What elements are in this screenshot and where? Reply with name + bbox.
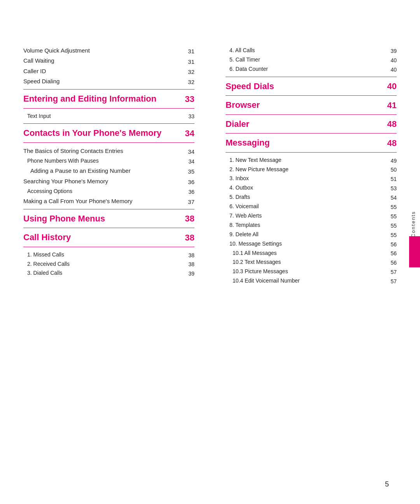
list-item: 2. Received Calls 38 xyxy=(23,260,194,268)
sidebar-tab-area: Table of Contents xyxy=(406,176,420,301)
list-item: Text Input 33 xyxy=(23,112,194,120)
section-dialer: Dialer 48 xyxy=(226,119,397,130)
divider xyxy=(23,108,194,109)
divider xyxy=(23,247,194,247)
divider xyxy=(226,77,397,77)
list-item: Making a Call From Your Phone's Memory 3… xyxy=(23,197,194,205)
list-item: 7. Web Alerts 55 xyxy=(226,212,397,220)
list-item: 6. Voicemail 55 xyxy=(226,203,397,210)
divider xyxy=(226,152,397,153)
section-call-history: Call History 38 1. Missed Calls 38 2. Re… xyxy=(23,232,194,277)
list-item: The Basics of Storing Contacts Entries 3… xyxy=(23,147,194,155)
divider xyxy=(226,114,397,115)
list-item: Volume Quick Adjustment 31 xyxy=(23,47,194,54)
left-column: Volume Quick Adjustment 31 Call Waiting … xyxy=(23,47,202,286)
section-heading-entering: Entering and Editing Information 33 xyxy=(23,93,194,104)
top-items: Volume Quick Adjustment 31 Call Waiting … xyxy=(23,47,194,85)
section-messaging: Messaging 48 1. New Text Message 49 2. N… xyxy=(226,137,397,284)
call-history-continuation: 4. All Calls 39 5. Call Timer 40 6. Data… xyxy=(226,47,397,73)
section-using-phone-menus: Using Phone Menus 38 xyxy=(23,213,194,224)
list-item: Speed Dialing 32 xyxy=(23,77,194,85)
list-item: Phone Numbers With Pauses 34 xyxy=(23,157,194,165)
section-heading-using-phone-menus: Using Phone Menus 38 xyxy=(23,213,194,224)
divider xyxy=(23,123,194,124)
list-item: 10.4 Edit Voicemail Number 57 xyxy=(226,277,397,284)
section-heading-browser: Browser 41 xyxy=(226,100,397,111)
page: Volume Quick Adjustment 31 Call Waiting … xyxy=(0,0,420,504)
section-heading-speed-dials: Speed Dials 40 xyxy=(226,81,397,92)
sidebar-tab-indicator xyxy=(409,236,420,267)
list-item: 5. Drafts 54 xyxy=(226,193,397,201)
section-heading-messaging: Messaging 48 xyxy=(226,137,397,148)
list-item: 1. Missed Calls 38 xyxy=(23,251,194,258)
divider xyxy=(23,209,194,209)
list-item: 2. New Picture Message 50 xyxy=(226,166,397,173)
list-item: 1. New Text Message 49 xyxy=(226,156,397,164)
right-column: 4. All Calls 39 5. Call Timer 40 6. Data… xyxy=(218,47,397,286)
list-item: 4. Outbox 53 xyxy=(226,184,397,191)
section-browser: Browser 41 xyxy=(226,100,397,111)
list-item: 3. Dialed Calls 39 xyxy=(23,269,194,277)
list-item: 5. Call Timer 40 xyxy=(226,56,397,63)
list-item: 10.1 All Messages 56 xyxy=(226,249,397,257)
list-item: Searching Your Phone's Memory 36 xyxy=(23,177,194,185)
section-heading-dialer: Dialer 48 xyxy=(226,119,397,130)
section-speed-dials: Speed Dials 40 xyxy=(226,81,397,92)
list-item: 6. Data Counter 40 xyxy=(226,65,397,73)
page-number: 5 xyxy=(385,480,389,488)
list-item: 8. Templates 55 xyxy=(226,221,397,229)
divider xyxy=(23,89,194,90)
divider xyxy=(23,142,194,143)
list-item: 10. Message Settings 56 xyxy=(226,240,397,248)
list-item: 10.2 Text Messages 56 xyxy=(226,258,397,266)
section-heading-call-history: Call History 38 xyxy=(23,232,194,243)
list-item: 10.3 Picture Messages 57 xyxy=(226,268,397,275)
divider xyxy=(226,133,397,133)
section-entering-editing: Entering and Editing Information 33 Text… xyxy=(23,93,194,119)
list-item: Adding a Pause to an Existing Number 35 xyxy=(23,167,194,175)
list-item: 9. Delete All 55 xyxy=(226,231,397,238)
list-item: 3. Inbox 51 xyxy=(226,175,397,182)
list-item: Caller ID 32 xyxy=(23,67,194,75)
list-item: Call Waiting 31 xyxy=(23,57,194,65)
section-contacts: Contacts in Your Phone's Memory 34 The B… xyxy=(23,128,194,205)
divider xyxy=(226,95,397,96)
list-item: 4. All Calls 39 xyxy=(226,47,397,54)
list-item: Accessing Options 36 xyxy=(23,188,194,195)
divider xyxy=(23,228,194,228)
section-heading-contacts: Contacts in Your Phone's Memory 34 xyxy=(23,128,194,139)
